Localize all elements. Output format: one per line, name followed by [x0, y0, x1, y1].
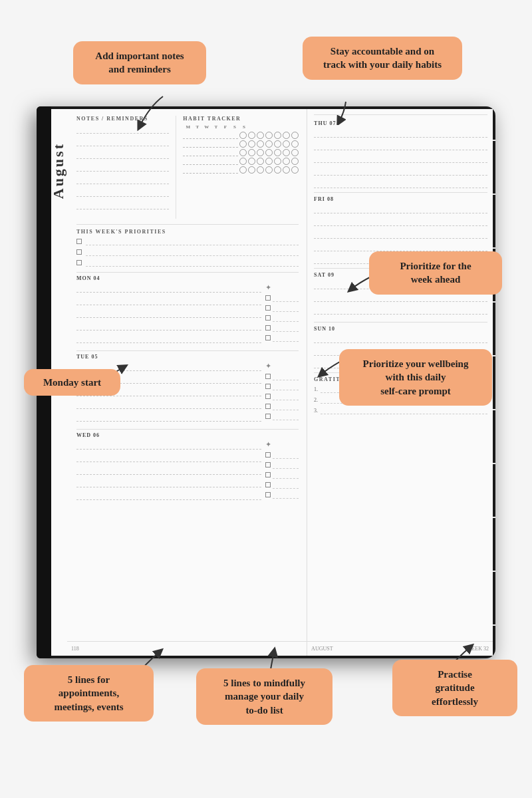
habit-circle — [274, 149, 281, 156]
habit-circle — [265, 158, 273, 165]
callout-appointments: 5 lines forappointments,meetings, events — [24, 665, 154, 722]
day-w: W — [203, 124, 210, 130]
month-label: August — [51, 142, 67, 199]
task-tue-3 — [265, 392, 299, 400]
day-t2: T — [212, 124, 219, 130]
notes-header: NOTES / REMINDERS — [76, 116, 169, 122]
habit-circle — [248, 149, 255, 156]
habit-days-header: M T W T F S S — [183, 124, 299, 130]
habit-circle — [265, 166, 273, 174]
habit-circle — [274, 132, 281, 139]
task-tue-1 — [265, 372, 299, 380]
habit-circle — [257, 166, 264, 174]
thu-line-1 — [314, 128, 487, 138]
habit-circle — [283, 132, 290, 139]
priorities-header: THIS WEEK'S PRIORITIES — [76, 229, 299, 235]
gratitude-num-1: 1. — [314, 386, 318, 392]
task-tue-4 — [265, 402, 299, 410]
habit-circle — [257, 158, 264, 165]
priority-line-1 — [86, 237, 299, 245]
mon-line-3 — [76, 309, 261, 318]
gratitude-line-3 — [321, 406, 487, 414]
task-wed-1 — [265, 451, 299, 459]
priority-line-3 — [86, 259, 299, 267]
habit-circle — [248, 140, 255, 148]
callout-notes: Add important notesand reminders — [73, 41, 206, 84]
task-wed-2 — [265, 461, 299, 469]
day-m: M — [184, 124, 192, 130]
task-wed-5 — [265, 491, 299, 499]
day-tasks-mon: ✦ — [265, 283, 299, 346]
gratitude-num-2: 2. — [314, 397, 318, 403]
tue-line-5 — [76, 412, 261, 422]
habit-circle — [239, 149, 247, 156]
day-content-wed: ✦ — [76, 440, 299, 503]
sat-line-3 — [314, 305, 487, 315]
sun-icon-tue: ✦ — [265, 362, 299, 370]
task-mon-2 — [265, 304, 299, 312]
fri-line-1 — [314, 204, 487, 213]
day-s2: S — [240, 124, 247, 130]
fri-line-4 — [314, 242, 487, 251]
day-tasks-wed: ✦ — [265, 440, 299, 503]
task-mon-1 — [265, 294, 299, 302]
day-section-wed: WED 06 ✦ — [76, 429, 299, 503]
callout-habits: Stay accountable and ontrack with your d… — [303, 37, 462, 80]
habit-circle — [291, 132, 299, 139]
habit-circle — [265, 132, 273, 139]
habit-circle — [274, 158, 281, 165]
habit-circle — [239, 132, 247, 139]
habit-circle — [248, 166, 255, 174]
callout-monday: Monday start — [24, 369, 120, 396]
priority-checkbox-2 — [76, 249, 82, 255]
task-tue-5 — [265, 412, 299, 420]
fri-line-2 — [314, 217, 487, 226]
habit-circle — [265, 140, 273, 148]
callout-gratitude: Practisegratitudeeffortlessly — [392, 660, 517, 716]
task-tue-2 — [265, 382, 299, 390]
notes-line-1 — [76, 124, 169, 134]
day-content-mon: ✦ — [76, 283, 299, 346]
priority-checkbox-1 — [76, 239, 82, 244]
thu-line-2 — [314, 141, 487, 150]
priority-line-2 — [86, 248, 299, 256]
notes-line-3 — [76, 150, 169, 159]
habit-row-2 — [183, 140, 299, 148]
habit-row-1 — [183, 132, 299, 139]
gratitude-item-3: 3. — [314, 406, 487, 414]
habit-header: HABIT TRACKER — [183, 116, 299, 122]
day-label-sun: SUN 10 — [314, 326, 487, 332]
task-wed-3 — [265, 471, 299, 479]
habit-circle — [291, 140, 299, 148]
habit-circle — [248, 132, 255, 139]
day-f: F — [221, 124, 229, 130]
mon-line-5 — [76, 334, 261, 343]
top-section: NOTES / REMINDERS HABIT TRACKER M T W — [76, 116, 299, 219]
task-mon-5 — [265, 334, 299, 342]
notes-line-5 — [76, 175, 169, 184]
habit-circle — [257, 149, 264, 156]
priority-item-3 — [76, 259, 299, 267]
day-label-mon: MON 04 — [76, 275, 299, 281]
habit-circle — [257, 140, 264, 148]
priorities-section: THIS WEEK'S PRIORITIES — [76, 224, 299, 267]
habit-circle — [283, 140, 290, 148]
task-mon-4 — [265, 324, 299, 332]
habit-row-4 — [183, 158, 299, 165]
habit-circle — [239, 166, 247, 174]
day-section-thu: THU 07 — [314, 114, 487, 188]
priority-item-1 — [76, 237, 299, 245]
habit-tracker-area: HABIT TRACKER M T W T F S S — [176, 116, 299, 219]
habit-circle — [283, 166, 290, 174]
page-number: 118 — [71, 646, 79, 652]
habit-circle — [291, 158, 299, 165]
wed-line-4 — [76, 478, 261, 487]
notes-line-2 — [76, 137, 169, 146]
priority-checkbox-3 — [76, 260, 82, 265]
tue-line-4 — [76, 400, 261, 409]
task-mon-3 — [265, 314, 299, 322]
callout-todo: 5 lines to mindfullymanage your dailyto-… — [196, 668, 332, 725]
fri-line-3 — [314, 229, 487, 239]
habit-circle — [248, 158, 255, 165]
thu-line-4 — [314, 166, 487, 176]
